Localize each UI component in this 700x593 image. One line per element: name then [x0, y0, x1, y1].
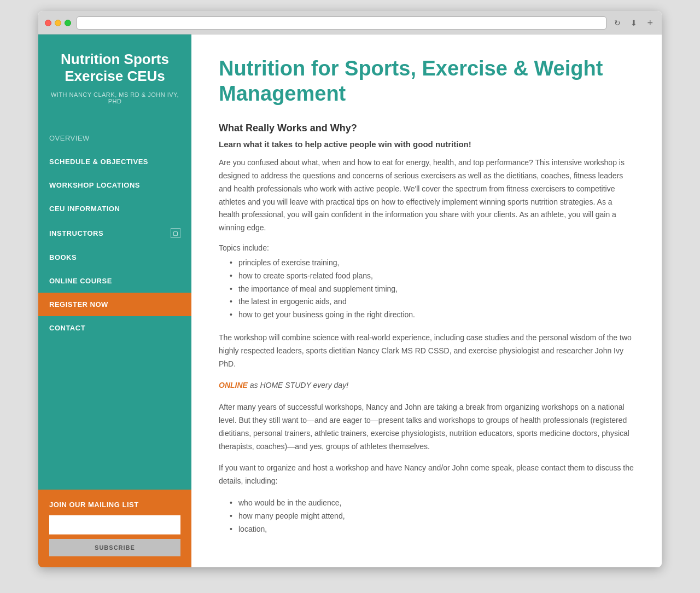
contact-paragraph: If you want to organize and host a works…: [219, 462, 634, 488]
section-subheading: Learn what it takes to help active peopl…: [219, 139, 634, 149]
nav-item-ceu[interactable]: CEU INFORMATION: [38, 197, 191, 220]
online-suffix: as HOME STUDY every day!: [248, 381, 348, 389]
section-heading: What Really Works and Why?: [219, 123, 634, 134]
page-title: Nutrition for Sports, Exercise & Weight …: [219, 56, 634, 106]
url-input[interactable]: [81, 19, 602, 27]
email-input[interactable]: [49, 515, 180, 534]
traffic-lights: [45, 20, 71, 26]
list-item: how to create sports-related food plans,: [230, 270, 634, 283]
page-layout: Nutrition Sports Exercise CEUs WITH NANC…: [38, 34, 662, 567]
list-item: principles of exercise training,: [230, 257, 634, 270]
mailing-list-section: JOIN OUR MAILING LIST SUBSCRIBE: [38, 490, 191, 567]
nav-item-contact[interactable]: CONTACT: [38, 316, 191, 340]
list-item: the latest in ergogenic aids, and: [230, 295, 634, 309]
browser-chrome: ↻ ⬇ +: [38, 11, 662, 34]
refresh-button[interactable]: ↻: [612, 18, 623, 28]
details-list: who would be in the audience, how many p…: [230, 497, 634, 536]
after-workshop-paragraph: After many years of successful workshops…: [219, 401, 634, 453]
nav-item-schedule[interactable]: SCHEDULE & OBJECTIVES: [38, 150, 191, 173]
list-item: who would be in the audience,: [230, 497, 634, 510]
new-tab-button[interactable]: +: [645, 18, 655, 29]
nav-item-overview[interactable]: OVERVIEW: [38, 126, 191, 150]
sidebar-header: Nutrition Sports Exercise CEUs WITH NANC…: [38, 34, 191, 115]
nav-item-locations[interactable]: WORKSHOP LOCATIONS: [38, 173, 191, 197]
topics-label: Topics include:: [219, 243, 634, 252]
main-content: Nutrition for Sports, Exercise & Weight …: [191, 34, 662, 567]
mailing-list-title: JOIN OUR MAILING LIST: [49, 501, 180, 509]
sidebar: Nutrition Sports Exercise CEUs WITH NANC…: [38, 34, 191, 567]
list-item: how to get your business going in the ri…: [230, 309, 634, 322]
workshop-paragraph: The workshop will combine science with r…: [219, 332, 634, 370]
nav-item-register[interactable]: REGISTER NOW: [38, 293, 191, 316]
site-title: Nutrition Sports Exercise CEUs: [49, 51, 180, 85]
minimize-button[interactable]: [55, 20, 61, 26]
expand-icon: ▢: [171, 228, 180, 238]
maximize-button[interactable]: [65, 20, 71, 26]
online-link[interactable]: ONLINE: [219, 381, 248, 389]
list-item: the importance of meal and supplement ti…: [230, 283, 634, 296]
sidebar-nav: OVERVIEW SCHEDULE & OBJECTIVES WORKSHOP …: [38, 126, 191, 340]
intro-paragraph: Are you confused about what, when and ho…: [219, 156, 634, 235]
topics-list: principles of exercise training, how to …: [230, 257, 634, 322]
nav-item-online-course[interactable]: ONLINE COURSE: [38, 269, 191, 293]
close-button[interactable]: [45, 20, 51, 26]
online-text: ONLINE as HOME STUDY every day!: [219, 379, 634, 392]
browser-window: ↻ ⬇ + Nutrition Sports Exercise CEUs WIT…: [38, 11, 662, 567]
download-button[interactable]: ⬇: [628, 18, 639, 28]
address-bar[interactable]: [77, 16, 606, 30]
site-subtitle: WITH NANCY CLARK, MS RD & JOHN IVY, PHD: [49, 91, 180, 104]
list-item: location,: [230, 523, 634, 536]
nav-item-instructors[interactable]: INSTRUCTORS ▢: [38, 220, 191, 246]
nav-item-books[interactable]: BOOKS: [38, 246, 191, 269]
subscribe-button[interactable]: SUBSCRIBE: [49, 539, 180, 556]
list-item: how many people might attend,: [230, 510, 634, 523]
